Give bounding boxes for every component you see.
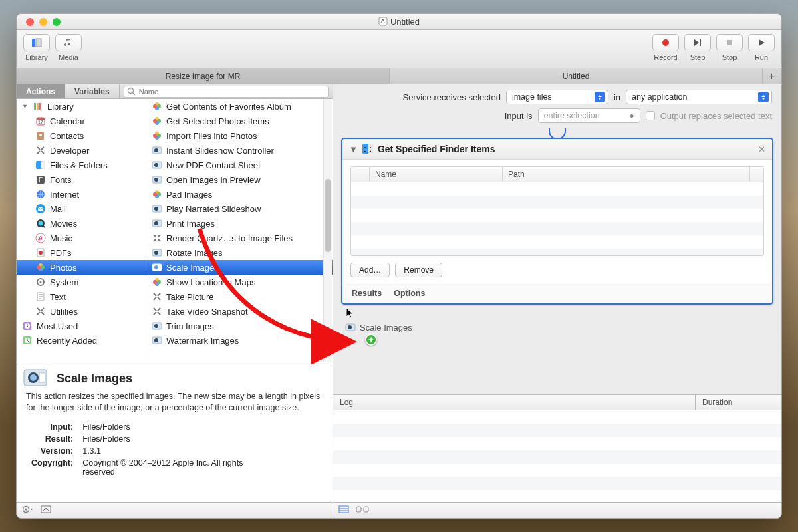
card-header[interactable]: ▼ Get Specified Finder Items ✕: [342, 139, 772, 160]
log-col-duration[interactable]: Duration: [695, 395, 781, 410]
action-instant-slideshow-controller[interactable]: Instant Slideshow Controller: [146, 143, 332, 158]
workflow-canvas[interactable]: ▼ Get Specified Finder Items ✕ Name Path: [333, 126, 781, 394]
log-col-log[interactable]: Log: [333, 395, 695, 410]
items-table-body[interactable]: [351, 182, 763, 255]
card-close-button[interactable]: ✕: [758, 144, 765, 154]
record-button[interactable]: [652, 34, 679, 51]
svg-point-56: [154, 163, 158, 167]
category-library[interactable]: ▼Library: [17, 99, 146, 114]
inputis-label: Input is: [505, 111, 533, 121]
media-button[interactable]: [55, 34, 82, 51]
action-play-narrated-slideshow[interactable]: Play Narrated Slideshow: [146, 201, 332, 216]
col-path[interactable]: Path: [503, 167, 750, 182]
action-show-location-in-maps[interactable]: Show Location in Maps: [146, 275, 332, 289]
category-item-mail[interactable]: Mail: [17, 201, 146, 216]
svg-point-58: [154, 178, 158, 182]
action-pad-images[interactable]: Pad Images: [146, 187, 332, 201]
view-flow-icon[interactable]: [356, 505, 369, 515]
calendar-icon: 17: [35, 116, 46, 126]
drop-indicator-plus-icon: +: [365, 334, 377, 346]
svg-point-23: [39, 221, 43, 226]
footer-gear-icon[interactable]: [22, 505, 34, 516]
action-get-selected-photos-items[interactable]: Get Selected Photos Items: [146, 114, 332, 128]
subtab-variables[interactable]: Variables: [65, 84, 120, 98]
library-toggle-button[interactable]: [23, 34, 50, 51]
svg-point-64: [154, 207, 158, 211]
step-label: Step: [690, 53, 706, 61]
drag-ghost-label: Scale Images: [360, 323, 412, 332]
category-item-movies[interactable]: Movies: [17, 216, 146, 231]
workflow-footer: [333, 502, 781, 518]
output-replaces-checkbox[interactable]: [646, 111, 655, 120]
action-take-video-snapshot[interactable]: Take Video Snapshot: [146, 304, 332, 319]
remove-item-button[interactable]: Remove: [395, 263, 442, 277]
svg-rect-2: [36, 39, 41, 47]
category-item-calendar[interactable]: 17Calendar: [17, 114, 146, 128]
photos-icon: [152, 116, 162, 126]
category-item-pdfs[interactable]: PDFs: [17, 245, 146, 260]
footer-collapse-icon[interactable]: [41, 505, 51, 515]
svg-point-70: [154, 265, 158, 269]
category-item-fonts[interactable]: FFonts: [17, 172, 146, 187]
subtab-actions[interactable]: Actions: [17, 84, 65, 98]
card-options-button[interactable]: Options: [394, 289, 425, 298]
category-item-music[interactable]: Music: [17, 231, 146, 245]
category-most-used[interactable]: Most Used: [17, 319, 146, 333]
action-scale-images[interactable]: Scale Images: [146, 260, 332, 275]
add-item-button[interactable]: Add…: [350, 263, 390, 277]
log-body[interactable]: [333, 410, 781, 502]
workflow-action-card[interactable]: ▼ Get Specified Finder Items ✕ Name Path: [341, 138, 773, 305]
stop-button[interactable]: [716, 34, 743, 51]
preview-icon: [152, 262, 162, 273]
disclosure-triangle-icon[interactable]: ▼: [349, 144, 358, 154]
category-item-photos[interactable]: Photos: [17, 260, 146, 275]
category-item-system[interactable]: System: [17, 275, 146, 289]
run-label: Run: [755, 53, 768, 61]
titlebar: Untitled: [17, 14, 781, 30]
svg-point-52: [153, 134, 157, 138]
action-list[interactable]: Get Contents of Favorites AlbumGet Selec…: [146, 99, 332, 362]
run-button[interactable]: [748, 34, 775, 51]
svg-rect-9: [37, 103, 39, 110]
card-results-button[interactable]: Results: [352, 289, 382, 298]
inputis-select[interactable]: entire selection: [538, 108, 640, 123]
photos-icon: [35, 262, 46, 273]
category-list[interactable]: ▼Library17CalendarContactsDeveloperFiles…: [17, 99, 146, 362]
preview-icon: [152, 160, 162, 170]
category-item-files-folders[interactable]: Files & Folders: [17, 158, 146, 172]
action-take-picture[interactable]: Take Picture: [146, 289, 332, 304]
document-tabs: Resize Image for MR Untitled +: [17, 68, 781, 84]
action-new-pdf-contact-sheet[interactable]: New PDF Contact Sheet: [146, 158, 332, 172]
svg-rect-95: [356, 507, 361, 512]
action-open-images-in-preview[interactable]: Open Images in Preview: [146, 172, 332, 187]
category-item-internet[interactable]: Internet: [17, 187, 146, 201]
action-import-files-into-photos[interactable]: Import Files into Photos: [146, 128, 332, 143]
category-recently-added[interactable]: Recently Added: [17, 333, 146, 348]
col-name[interactable]: Name: [370, 167, 503, 182]
window-title: Untitled: [17, 17, 781, 27]
category-item-contacts[interactable]: Contacts: [17, 128, 146, 143]
action-watermark-images[interactable]: Watermark Images: [146, 333, 332, 348]
service-receives-select[interactable]: image files: [506, 90, 608, 104]
view-list-icon[interactable]: [338, 505, 349, 515]
service-app-select[interactable]: any application: [626, 90, 772, 104]
category-item-developer[interactable]: Developer: [17, 143, 146, 158]
tab-untitled[interactable]: Untitled: [390, 68, 763, 84]
service-config: Service receives selected image files in…: [333, 84, 781, 126]
tab-add-button[interactable]: +: [763, 68, 781, 84]
action-render-quartz-s-to-image-files[interactable]: Render Quartz…s to Image Files: [146, 231, 332, 245]
action-list-scrollbar[interactable]: [323, 99, 332, 362]
tab-resize-image[interactable]: Resize Image for MR: [17, 68, 390, 84]
action-print-images[interactable]: Print Images: [146, 216, 332, 231]
svg-point-48: [153, 119, 157, 123]
action-rotate-images[interactable]: Rotate Images: [146, 245, 332, 260]
category-item-utilities[interactable]: Utilities: [17, 304, 146, 319]
photos-icon: [152, 101, 162, 112]
step-button[interactable]: [684, 34, 711, 51]
action-trim-images[interactable]: Trim Images: [146, 319, 332, 333]
category-item-text[interactable]: Text: [17, 289, 146, 304]
svg-text:F: F: [39, 176, 43, 184]
search-input[interactable]: [124, 86, 329, 98]
action-get-contents-of-favorites-album[interactable]: Get Contents of Favorites Album: [146, 99, 332, 114]
scrollbar-thumb[interactable]: [325, 179, 331, 252]
